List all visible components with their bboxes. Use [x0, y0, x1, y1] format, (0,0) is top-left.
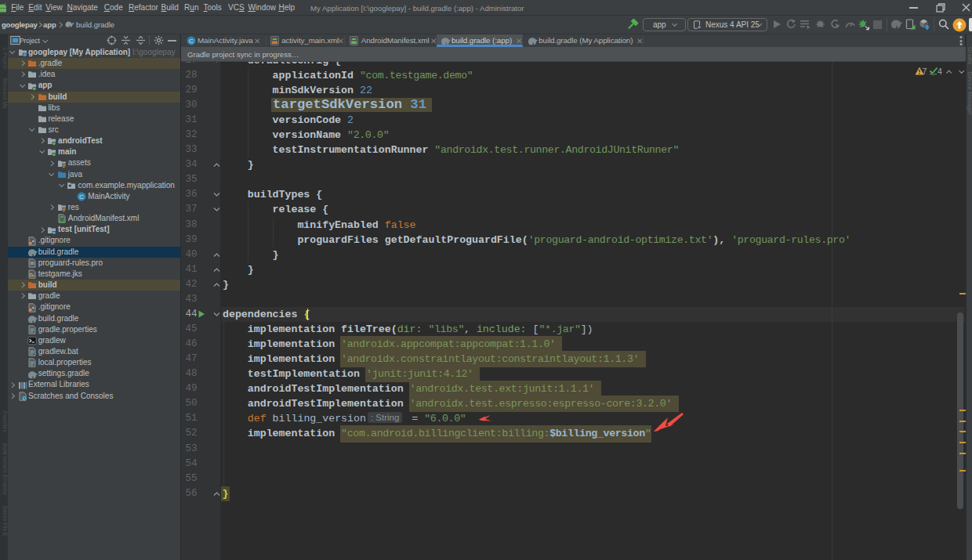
svg-text:C: C — [189, 38, 194, 45]
svg-text:HF: HF — [60, 220, 63, 223]
svg-text:C: C — [79, 193, 84, 201]
